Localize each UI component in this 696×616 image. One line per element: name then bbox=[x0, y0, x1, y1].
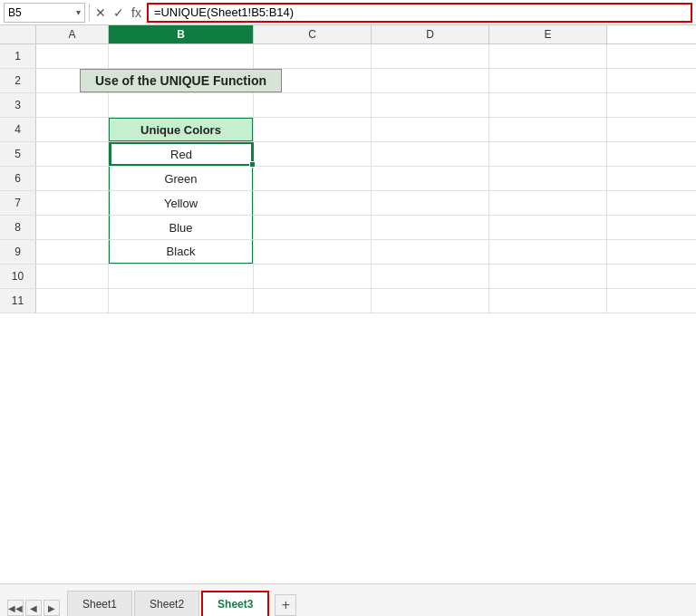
cell-c3[interactable] bbox=[254, 93, 372, 117]
row-header-2: 2 bbox=[0, 69, 36, 92]
cancel-formula-button[interactable]: ✕ bbox=[93, 5, 108, 20]
cell-d11[interactable] bbox=[372, 289, 489, 313]
cell-c7[interactable] bbox=[254, 191, 372, 215]
cell-c9[interactable] bbox=[254, 240, 372, 264]
row-header-9: 9 bbox=[0, 240, 36, 264]
cell-c6[interactable] bbox=[254, 167, 372, 190]
add-sheet-button[interactable]: + bbox=[275, 594, 296, 616]
cell-a11[interactable] bbox=[36, 289, 109, 313]
sheet-nav: ◀◀ ◀ ▶ bbox=[7, 600, 60, 616]
column-headers: A B C D E bbox=[0, 25, 696, 44]
cell-e8[interactable] bbox=[489, 216, 607, 239]
cell-a5[interactable] bbox=[36, 142, 109, 166]
formula-bar-divider bbox=[89, 4, 90, 22]
cell-b3[interactable] bbox=[109, 93, 254, 117]
cell-d5[interactable] bbox=[372, 142, 489, 166]
cell-b8[interactable]: Blue bbox=[109, 216, 254, 239]
cell-e4[interactable] bbox=[489, 118, 607, 141]
cell-e11[interactable] bbox=[489, 289, 607, 313]
cell-e1[interactable] bbox=[489, 44, 607, 68]
cell-d7[interactable] bbox=[372, 191, 489, 215]
cell-e7[interactable] bbox=[489, 191, 607, 215]
cell-c4[interactable] bbox=[254, 118, 372, 141]
cell-a6[interactable] bbox=[36, 167, 109, 190]
cell-e6[interactable] bbox=[489, 167, 607, 190]
sheet-nav-first[interactable]: ◀◀ bbox=[7, 600, 24, 616]
tab-sheet3[interactable]: Sheet3 bbox=[201, 591, 269, 616]
col-header-e[interactable]: E bbox=[489, 25, 607, 43]
tab-sheet2[interactable]: Sheet2 bbox=[134, 591, 199, 616]
formula-bar: B5 ▾ ✕ ✓ fx =UNIQUE(Sheet1!B5:B14) bbox=[0, 0, 696, 25]
cell-b5[interactable]: Red bbox=[109, 142, 254, 166]
sheet-tabs: ◀◀ ◀ ▶ Sheet1 Sheet2 Sheet3 + bbox=[0, 583, 696, 616]
cell-b9[interactable]: Black bbox=[109, 240, 254, 264]
cell-c10[interactable] bbox=[254, 265, 372, 288]
cell-a3[interactable] bbox=[36, 93, 109, 117]
data-cell-black: Black bbox=[109, 240, 253, 264]
cell-d10[interactable] bbox=[372, 265, 489, 288]
cell-d3[interactable] bbox=[372, 93, 489, 117]
data-cell-yellow: Yellow bbox=[109, 191, 253, 215]
cell-b6[interactable]: Green bbox=[109, 167, 254, 190]
cell-b4[interactable]: Unique Colors bbox=[109, 118, 254, 141]
cell-a8[interactable] bbox=[36, 216, 109, 239]
fill-handle[interactable] bbox=[249, 161, 256, 168]
row-header-10: 10 bbox=[0, 265, 36, 288]
cell-d6[interactable] bbox=[372, 167, 489, 190]
table-row: 5 Red bbox=[0, 142, 696, 167]
cell-b10[interactable] bbox=[109, 265, 254, 288]
col-header-c[interactable]: C bbox=[254, 25, 372, 43]
cell-b1[interactable] bbox=[109, 44, 254, 68]
data-cell-blue: Blue bbox=[109, 216, 253, 239]
formula-input[interactable]: =UNIQUE(Sheet1!B5:B14) bbox=[147, 3, 692, 23]
cell-e2[interactable] bbox=[489, 69, 607, 92]
cell-b7[interactable]: Yellow bbox=[109, 191, 254, 215]
corner-cell bbox=[0, 25, 36, 43]
cell-a1[interactable] bbox=[36, 44, 109, 68]
tab-sheet1[interactable]: Sheet1 bbox=[67, 591, 132, 616]
table-row: 4 Unique Colors bbox=[0, 118, 696, 142]
row-header-1: 1 bbox=[0, 44, 36, 68]
cell-e5[interactable] bbox=[489, 142, 607, 166]
cell-d1[interactable] bbox=[372, 44, 489, 68]
col-header-b[interactable]: B bbox=[109, 25, 254, 43]
name-box-value: B5 bbox=[8, 6, 76, 19]
cell-a7[interactable] bbox=[36, 191, 109, 215]
name-box-dropdown-icon[interactable]: ▾ bbox=[76, 7, 81, 17]
cell-a10[interactable] bbox=[36, 265, 109, 288]
data-cell-red: Red bbox=[111, 144, 252, 164]
cell-d2[interactable] bbox=[372, 69, 489, 92]
cell-b2[interactable]: Use of the UNIQUE Function bbox=[109, 69, 254, 92]
cell-d9[interactable] bbox=[372, 240, 489, 264]
row-header-4: 4 bbox=[0, 118, 36, 141]
row-header-3: 3 bbox=[0, 93, 36, 117]
spreadsheet: A B C D E 1 2 Use of the UNIQUE Function bbox=[0, 25, 696, 583]
confirm-formula-button[interactable]: ✓ bbox=[111, 5, 126, 20]
sheet-nav-prev[interactable]: ◀ bbox=[25, 600, 42, 616]
table-header-unique-colors: Unique Colors bbox=[109, 118, 253, 141]
table-row: 10 bbox=[0, 265, 696, 289]
col-header-d[interactable]: D bbox=[372, 25, 489, 43]
cell-c5[interactable] bbox=[254, 142, 372, 166]
cell-a4[interactable] bbox=[36, 118, 109, 141]
cell-e3[interactable] bbox=[489, 93, 607, 117]
cell-e9[interactable] bbox=[489, 240, 607, 264]
data-cell-green: Green bbox=[109, 167, 253, 190]
cell-c1[interactable] bbox=[254, 44, 372, 68]
cell-d4[interactable] bbox=[372, 118, 489, 141]
cell-c11[interactable] bbox=[254, 289, 372, 313]
cell-c8[interactable] bbox=[254, 216, 372, 239]
table-row: 9 Black bbox=[0, 240, 696, 265]
col-header-a[interactable]: A bbox=[36, 25, 109, 43]
row-header-7: 7 bbox=[0, 191, 36, 215]
cell-e10[interactable] bbox=[489, 265, 607, 288]
table-row: 8 Blue bbox=[0, 216, 696, 240]
cell-a9[interactable] bbox=[36, 240, 109, 264]
cell-d8[interactable] bbox=[372, 216, 489, 239]
cell-b11[interactable] bbox=[109, 289, 254, 313]
fx-button[interactable]: fx bbox=[130, 5, 143, 20]
name-box[interactable]: B5 ▾ bbox=[4, 3, 85, 23]
row-header-6: 6 bbox=[0, 167, 36, 190]
sheet-nav-next[interactable]: ▶ bbox=[44, 600, 60, 616]
rows-area: 1 2 Use of the UNIQUE Function 3 bbox=[0, 44, 696, 583]
